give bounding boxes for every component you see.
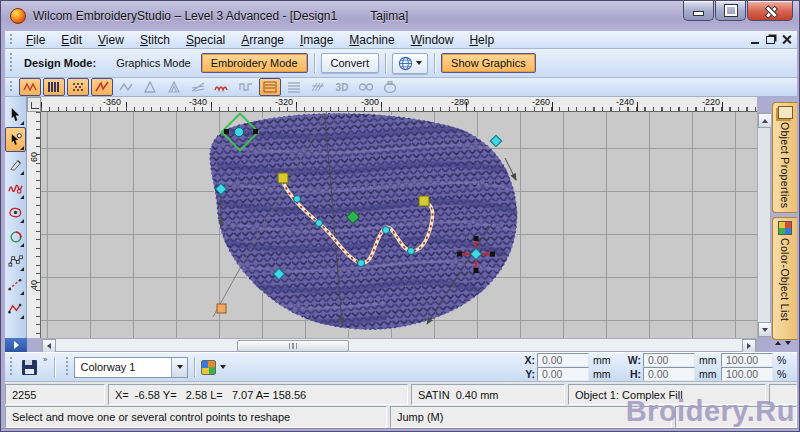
menu-image[interactable]: Image bbox=[292, 32, 341, 48]
scale-w-unit: % bbox=[775, 354, 791, 366]
knife-tool[interactable] bbox=[6, 153, 25, 176]
y-unit: mm bbox=[591, 368, 613, 380]
minimize-button[interactable] bbox=[683, 1, 714, 21]
menu-edit[interactable]: Edit bbox=[53, 32, 90, 48]
restore-button[interactable] bbox=[715, 1, 746, 21]
toolbar-grip[interactable] bbox=[9, 81, 14, 94]
tool-palette-grip[interactable] bbox=[5, 338, 27, 352]
transform-fields: X: 0.00 mm W: 0.00 mm 100.00 % Y: 0.00 m… bbox=[521, 354, 791, 381]
hoop-globe-button[interactable] bbox=[392, 53, 428, 74]
run-stitch-icon[interactable] bbox=[19, 78, 41, 96]
hoop-icon-disabled[interactable] bbox=[379, 78, 401, 96]
save-colorway-icon[interactable] bbox=[22, 360, 37, 375]
wave-effect-icon[interactable] bbox=[211, 78, 233, 96]
w-input[interactable]: 0.00 bbox=[643, 353, 695, 367]
crosshatch-icon-disabled[interactable] bbox=[307, 78, 329, 96]
manual-stitch-tool[interactable] bbox=[6, 297, 25, 320]
threed-effect-icon-disabled[interactable]: 3D bbox=[331, 78, 353, 96]
menu-file[interactable]: File bbox=[18, 32, 53, 48]
menu-special[interactable]: Special bbox=[178, 32, 233, 48]
embroidery-design bbox=[41, 112, 757, 338]
toolbar-grip[interactable] bbox=[9, 53, 14, 73]
horizontal-scrollbar[interactable] bbox=[41, 338, 757, 352]
application-window: Wilcom EmbroideryStudio – Level 3 Advanc… bbox=[0, 0, 800, 432]
design-canvas[interactable] bbox=[41, 112, 757, 338]
square-wave-icon-disabled[interactable] bbox=[235, 78, 257, 96]
fill-hole-tool[interactable] bbox=[6, 225, 25, 248]
colorway-dropdown-button[interactable] bbox=[171, 358, 187, 377]
ruler-label: -260 bbox=[532, 97, 550, 107]
penetration-run-tool[interactable] bbox=[6, 273, 25, 296]
menu-help[interactable]: Help bbox=[461, 32, 502, 48]
colorway-value: Colorway 1 bbox=[75, 361, 171, 373]
stitch-view-glasses-icon-disabled[interactable] bbox=[355, 78, 377, 96]
dropdown-caret-icon bbox=[177, 365, 183, 369]
tatami-fill-icon[interactable] bbox=[67, 78, 89, 96]
menu-view[interactable]: View bbox=[90, 32, 132, 48]
menu-arrange[interactable]: Arrange bbox=[233, 32, 292, 48]
colorway-select[interactable]: Colorway 1 bbox=[74, 357, 188, 378]
palette-button[interactable] bbox=[201, 360, 226, 375]
app-flame-icon bbox=[10, 8, 26, 24]
fancy-fill-a-icon-disabled[interactable] bbox=[139, 78, 161, 96]
scroll-right-button[interactable] bbox=[742, 339, 756, 353]
vertical-ruler: 60 40 bbox=[27, 112, 41, 338]
graphics-mode-button[interactable]: Graphics Mode bbox=[106, 53, 201, 73]
menu-stitch[interactable]: Stitch bbox=[132, 32, 178, 48]
ruler-label: -320 bbox=[275, 97, 293, 107]
y-input[interactable]: 0.00 bbox=[537, 367, 589, 381]
title-bar[interactable]: Wilcom EmbroideryStudio – Level 3 Advanc… bbox=[1, 1, 800, 31]
horizontal-ruler: -360 -340 -320 -300 -280 -260 -240 -220 bbox=[41, 97, 757, 112]
dashed-run-icon bbox=[8, 278, 23, 291]
object-properties-tab[interactable]: Object Properties bbox=[772, 102, 797, 213]
fancy-fill-b-icon-disabled[interactable] bbox=[163, 78, 185, 96]
zigzag-stitch-icon[interactable] bbox=[91, 78, 113, 96]
close-button[interactable] bbox=[747, 1, 793, 21]
menu-machine[interactable]: Machine bbox=[341, 32, 402, 48]
menu-window[interactable]: Window bbox=[403, 32, 462, 48]
motif-fill-icon[interactable] bbox=[259, 78, 281, 96]
toolbar-grip[interactable] bbox=[65, 357, 70, 377]
scroll-down-button[interactable] bbox=[758, 322, 772, 337]
ruler-label: 40 bbox=[29, 278, 39, 292]
ruler-origin-box[interactable] bbox=[27, 97, 41, 112]
reshape-tool-selected[interactable] bbox=[5, 127, 26, 152]
vertical-scrollbar[interactable] bbox=[757, 112, 771, 338]
tool-palette bbox=[5, 97, 27, 338]
scroll-left-button[interactable] bbox=[42, 339, 56, 353]
e-stitch-icon-disabled[interactable] bbox=[115, 78, 137, 96]
toolbar-grip[interactable] bbox=[9, 34, 14, 46]
convert-button[interactable]: Convert bbox=[321, 53, 380, 73]
color-object-list-tab[interactable]: Color-Object List bbox=[772, 217, 797, 340]
scale-h-input[interactable]: 100.00 bbox=[721, 367, 773, 381]
node-edit-tool[interactable] bbox=[6, 249, 25, 272]
design-mode-toolbar: Design Mode: Graphics Mode Embroidery Mo… bbox=[5, 49, 797, 78]
x-input[interactable]: 0.00 bbox=[537, 353, 589, 367]
contour-lines-icon[interactable] bbox=[283, 78, 305, 96]
show-graphics-button[interactable]: Show Graphics bbox=[441, 53, 536, 73]
freehand-draw-tool[interactable] bbox=[6, 177, 25, 200]
menu-bar: File Edit View Stitch Special Arrange Im… bbox=[5, 31, 797, 49]
mdi-restore-icon[interactable] bbox=[766, 36, 775, 44]
threed-label: 3D bbox=[336, 82, 349, 93]
scrollbar-thumb[interactable] bbox=[237, 340, 349, 352]
toolbar-grip[interactable] bbox=[9, 357, 14, 377]
h-input[interactable]: 0.00 bbox=[643, 367, 695, 381]
overflow-chevron-icon[interactable]: » bbox=[43, 353, 46, 364]
dock-scroll-arrows[interactable] bbox=[775, 341, 791, 345]
embroidery-mode-button[interactable]: Embroidery Mode bbox=[201, 53, 308, 73]
satin-stitch-icon[interactable] bbox=[43, 78, 65, 96]
select-tool[interactable] bbox=[6, 103, 25, 126]
mdi-close-icon[interactable] bbox=[782, 35, 791, 44]
node-polygon-icon bbox=[8, 254, 23, 267]
stitch-count: 2255 bbox=[5, 384, 105, 405]
closed-shape-tool[interactable] bbox=[6, 201, 25, 224]
x-label: X: bbox=[521, 354, 535, 366]
mdi-minimize-icon[interactable] bbox=[751, 42, 759, 44]
scale-w-input[interactable]: 100.00 bbox=[721, 353, 773, 367]
close-icon bbox=[765, 6, 775, 16]
scale-h-unit: % bbox=[775, 368, 791, 380]
window-title: Wilcom EmbroideryStudio – Level 3 Advanc… bbox=[33, 9, 408, 23]
feather-edge-icon-disabled[interactable] bbox=[187, 78, 209, 96]
scroll-up-button[interactable] bbox=[758, 113, 772, 128]
